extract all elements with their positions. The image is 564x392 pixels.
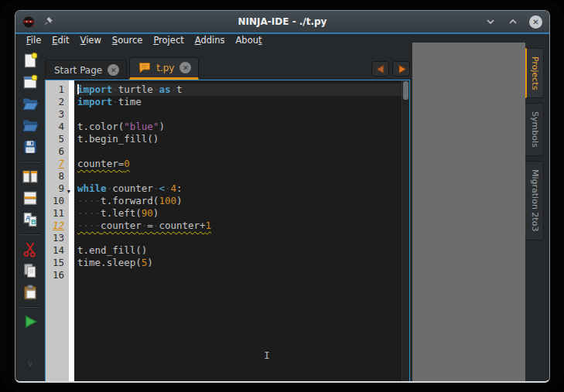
menu-item-project[interactable]: Project bbox=[149, 35, 188, 46]
text-caret bbox=[77, 84, 79, 94]
side-tab-strip: ProjectsSymbolsMigration 2to3 bbox=[525, 48, 544, 240]
tab-label: Start Page bbox=[54, 65, 102, 76]
tab-label: t.py bbox=[156, 63, 174, 73]
line-number: 8 bbox=[46, 170, 69, 182]
new-file-icon[interactable] bbox=[20, 51, 40, 70]
find-replace-icon[interactable]: AB bbox=[20, 210, 40, 229]
maximize-button[interactable] bbox=[507, 15, 519, 28]
code-line: while·counter·<·4: bbox=[74, 182, 402, 195]
code-line bbox=[74, 108, 402, 121]
code-line: ····counter·=·counter+1 bbox=[74, 220, 402, 232]
line-number: 1 bbox=[46, 84, 69, 96]
menu-item-view[interactable]: View bbox=[76, 35, 106, 46]
app-ninja-icon bbox=[22, 15, 35, 28]
toolbar-separator bbox=[20, 306, 40, 308]
menu-item-edit[interactable]: Edit bbox=[47, 35, 73, 46]
side-tab-migration-2to3[interactable]: Migration 2to3 bbox=[525, 161, 544, 240]
toolbar: AB∨ bbox=[17, 48, 43, 369]
code-editor[interactable]: 123456789▼10111213141516 import·turtle·a… bbox=[45, 80, 410, 383]
toolbar-separator bbox=[20, 233, 40, 235]
menu-item-about[interactable]: About bbox=[231, 35, 266, 46]
side-tab-symbols[interactable]: Symbols bbox=[525, 103, 544, 156]
code-line bbox=[74, 170, 402, 182]
editor-scrollbar[interactable] bbox=[402, 80, 409, 383]
nav-forward-button[interactable] bbox=[392, 61, 410, 77]
projects-panel[interactable] bbox=[412, 43, 525, 383]
chat-bubble-icon bbox=[138, 62, 151, 73]
tab-t-py[interactable]: t.py✕ bbox=[129, 57, 199, 80]
line-number: 4 bbox=[46, 121, 69, 133]
menu-item-file[interactable]: File bbox=[22, 35, 46, 46]
close-button[interactable]: ✕ bbox=[529, 15, 542, 29]
code-line: counter=0 bbox=[74, 158, 402, 170]
run-icon[interactable] bbox=[20, 312, 40, 331]
paste-icon[interactable] bbox=[20, 283, 40, 302]
window-title: NINJA-IDE - ./t.py bbox=[115, 16, 449, 27]
line-number: 16 bbox=[46, 269, 69, 281]
toolbar-separator bbox=[20, 161, 40, 162]
split-vertical-icon[interactable] bbox=[20, 189, 40, 207]
new-project-icon[interactable] bbox=[20, 73, 40, 91]
pin-icon[interactable] bbox=[42, 15, 54, 28]
line-number-gutter: 123456789▼10111213141516 bbox=[46, 80, 69, 383]
copy-icon[interactable] bbox=[20, 261, 40, 280]
menu-item-source[interactable]: Source bbox=[108, 35, 148, 46]
pep8-warning-span: ····counter·=·counter+1 bbox=[77, 220, 211, 231]
tab-start-page[interactable]: Start Page✕ bbox=[45, 60, 127, 80]
code-line: time.sleep(5) bbox=[74, 257, 402, 269]
split-horizontal-icon[interactable] bbox=[20, 167, 40, 186]
nav-back-button[interactable] bbox=[371, 61, 389, 77]
code-line: ····t.forward(100) bbox=[74, 195, 402, 207]
main-area: AB∨ Start Page✕t.py✕ 123456789▼101112131… bbox=[15, 46, 549, 381]
titlebar[interactable]: NINJA-IDE - ./t.py ✕ bbox=[15, 11, 549, 32]
code-line: t.color("blue") bbox=[74, 121, 402, 133]
line-number: 10 bbox=[46, 195, 69, 207]
mouse-ibeam-cursor: I bbox=[264, 349, 270, 361]
line-number: 13 bbox=[46, 232, 69, 244]
open-project-icon[interactable] bbox=[20, 116, 40, 135]
line-number: 15 bbox=[46, 257, 69, 269]
line-number: 11 bbox=[46, 207, 69, 220]
code-line: import·turtle·as·t bbox=[74, 84, 402, 96]
line-number: 3 bbox=[46, 108, 69, 121]
tab-close-icon[interactable]: ✕ bbox=[179, 62, 191, 73]
toolbar-overflow-chevron[interactable]: ∨ bbox=[27, 359, 33, 369]
line-number: 9▼ bbox=[46, 182, 69, 195]
line-number: 7 bbox=[46, 158, 69, 170]
save-icon[interactable] bbox=[20, 138, 40, 156]
code-line: t.end_fill() bbox=[74, 244, 402, 257]
line-number: 2 bbox=[46, 96, 69, 108]
screen-background: NINJA-IDE - ./t.py ✕ FileEditViewSourceP… bbox=[0, 0, 564, 392]
line-number: 12 bbox=[46, 220, 69, 232]
minimize-button[interactable] bbox=[484, 15, 497, 28]
code-area[interactable]: import·turtle·as·timport·timet.color("bl… bbox=[74, 80, 402, 383]
line-number: 14 bbox=[46, 244, 69, 257]
editor-margin-strip bbox=[69, 80, 74, 383]
code-line bbox=[74, 145, 402, 158]
menu-item-addins[interactable]: Addins bbox=[190, 35, 230, 46]
tab-close-icon[interactable]: ✕ bbox=[108, 64, 119, 76]
code-line: ····t.left(90) bbox=[74, 207, 402, 220]
pep8-warning-span: counter=0 bbox=[77, 158, 130, 169]
side-tab-projects[interactable]: Projects bbox=[525, 48, 544, 98]
app-window: NINJA-IDE - ./t.py ✕ FileEditViewSourceP… bbox=[15, 10, 550, 383]
code-line bbox=[74, 232, 402, 244]
open-file-icon[interactable] bbox=[20, 94, 40, 113]
line-number: 5 bbox=[46, 133, 69, 145]
code-line: t.begin_fill() bbox=[74, 133, 402, 145]
svg-text:B: B bbox=[31, 218, 36, 226]
code-line bbox=[74, 269, 402, 281]
code-line: import·time bbox=[74, 96, 402, 108]
cut-icon[interactable] bbox=[20, 240, 40, 258]
editor-tabbar: Start Page✕t.py✕ bbox=[45, 57, 410, 80]
editor-scrollbar-thumb[interactable] bbox=[403, 81, 408, 100]
line-number: 6 bbox=[46, 145, 69, 158]
